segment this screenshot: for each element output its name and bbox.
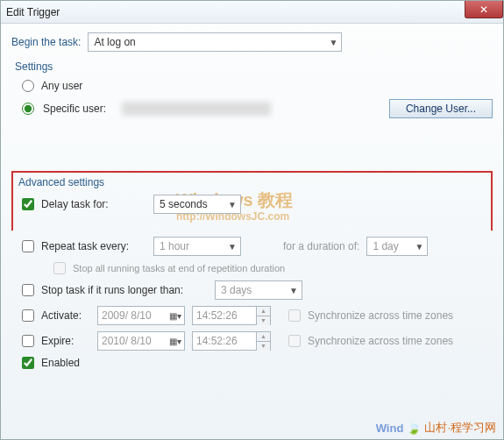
specific-user-radio[interactable]	[22, 103, 34, 115]
activate-time-value: 14:52:26	[196, 309, 238, 322]
begin-task-dropdown[interactable]: At log on ▼	[88, 32, 342, 52]
chevron-down-icon: ▼	[289, 286, 298, 295]
enabled-checkbox[interactable]	[22, 357, 34, 369]
stop-running-label: Stop all running tasks at end of repetit…	[73, 263, 285, 273]
spin-up-icon[interactable]: ▲	[256, 332, 270, 342]
expire-date-value: 2010/ 8/10	[102, 335, 152, 347]
delay-task-checkbox[interactable]	[22, 198, 34, 210]
content-area: Begin the task: At log on ▼ Settings Any…	[1, 24, 503, 384]
edit-trigger-dialog: Edit Trigger ✕ Begin the task: At log on…	[0, 0, 504, 440]
any-user-label: Any user	[41, 80, 82, 92]
activate-time-input[interactable]: 14:52:26 ▲▼	[192, 306, 271, 325]
begin-task-label: Begin the task:	[11, 36, 81, 48]
begin-task-value: At log on	[94, 36, 135, 48]
repeat-every-dropdown[interactable]: 1 hour ▼	[153, 237, 241, 256]
change-user-button[interactable]: Change User...	[389, 99, 493, 118]
titlebar: Edit Trigger ✕	[1, 1, 503, 24]
stop-longer-dropdown[interactable]: 3 days ▼	[215, 280, 302, 300]
any-user-radio[interactable]	[22, 80, 34, 92]
activate-date-value: 2009/ 8/10	[102, 309, 152, 322]
expire-checkbox[interactable]	[22, 335, 34, 347]
expire-date-input[interactable]: 2010/ 8/10 ▦▾	[97, 331, 185, 351]
expire-label: Expire:	[41, 335, 90, 347]
duration-dropdown[interactable]: 1 day ▼	[366, 237, 428, 256]
delay-task-value: 5 seconds	[160, 198, 208, 210]
chevron-down-icon: ▼	[228, 200, 237, 209]
repeat-task-label: Repeat task every:	[41, 240, 146, 252]
chevron-down-icon: ▼	[228, 242, 237, 252]
expire-sync-label: Synchronize across time zones	[308, 335, 453, 347]
activate-sync-label: Synchronize across time zones	[308, 309, 453, 322]
activate-sync-checkbox	[288, 309, 301, 322]
calendar-icon: ▦▾	[169, 311, 181, 321]
activate-checkbox[interactable]	[22, 309, 34, 322]
expire-sync-checkbox	[288, 335, 301, 347]
spin-down-icon[interactable]: ▼	[256, 342, 270, 351]
bottom-watermark: Wind 🍃 山村·程学习网	[376, 420, 496, 436]
leaf-icon: 🍃	[407, 422, 421, 435]
stop-running-checkbox	[53, 262, 66, 274]
specific-user-value	[122, 102, 271, 116]
watermark-text: 山村·程学习网	[424, 420, 496, 436]
close-button[interactable]: ✕	[465, 1, 503, 18]
activate-label: Activate:	[41, 309, 90, 322]
enabled-label: Enabled	[41, 357, 80, 369]
expire-time-value: 14:52:26	[196, 335, 238, 347]
calendar-icon: ▦▾	[169, 337, 181, 346]
watermark-logo: Wind	[376, 422, 404, 435]
chevron-down-icon: ▼	[415, 242, 423, 252]
spin-up-icon[interactable]: ▲	[256, 307, 270, 316]
repeat-every-value: 1 hour	[160, 240, 189, 252]
delay-task-dropdown[interactable]: 5 seconds ▼	[153, 195, 241, 214]
specific-user-label: Specific user:	[43, 103, 113, 115]
delay-task-label: Delay task for:	[41, 198, 146, 210]
window-title: Edit Trigger	[6, 6, 60, 18]
chevron-down-icon: ▼	[329, 38, 337, 47]
duration-label: for a duration of:	[283, 240, 359, 252]
expire-time-input[interactable]: 14:52:26 ▲▼	[192, 331, 271, 351]
stop-longer-value: 3 days	[221, 284, 252, 296]
advanced-header: Advanced settings	[18, 176, 486, 188]
close-icon: ✕	[479, 4, 488, 16]
repeat-task-checkbox[interactable]	[22, 240, 34, 252]
settings-header: Settings	[15, 60, 493, 73]
advanced-settings-group: Advanced settings Delay task for: 5 seco…	[11, 171, 493, 231]
spin-down-icon[interactable]: ▼	[256, 316, 270, 325]
duration-value: 1 day	[373, 240, 398, 252]
stop-longer-label: Stop task if it runs longer than:	[41, 284, 208, 296]
stop-longer-checkbox[interactable]	[22, 284, 34, 296]
activate-date-input[interactable]: 2009/ 8/10 ▦▾	[97, 306, 185, 325]
